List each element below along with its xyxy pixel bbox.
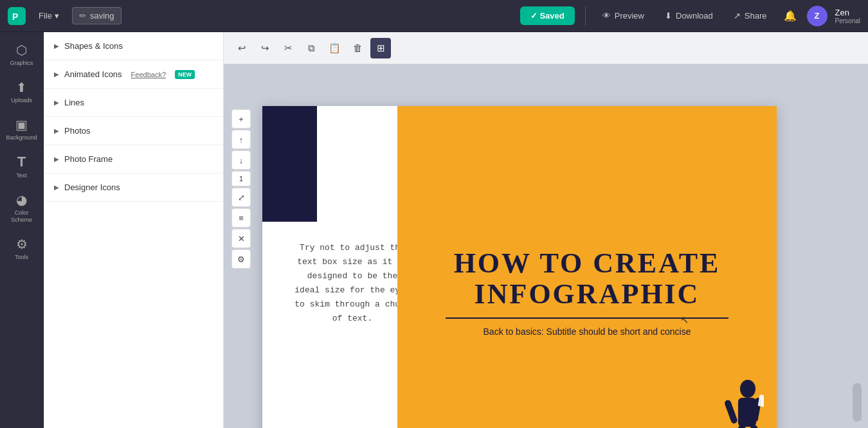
shapes-icons-header[interactable]: ▶ Shapes & Icons: [44, 32, 223, 60]
sidebar: ⬡ Graphics ⬆ Uploads ▣ Background T Text…: [0, 32, 44, 428]
saved-label: ✓ Saved: [530, 11, 565, 21]
lines-label: Lines: [64, 98, 84, 107]
graphics-icon: ⬡: [16, 42, 27, 58]
file-menu[interactable]: File ▾: [33, 8, 64, 23]
canvas-person-figure: [712, 376, 764, 428]
canvas-toolbar: ↩ ↪ ✂ ⧉ 📋 🗑 ⊞: [224, 32, 868, 64]
canvas-area: ↩ ↪ ✂ ⧉ 📋 🗑 ⊞ + ↑ ↓ 1 ⤢ ≡ ✕ ⚙: [224, 32, 868, 428]
main-layout: ⬡ Graphics ⬆ Uploads ▣ Background T Text…: [0, 32, 868, 428]
preview-icon: 👁: [602, 11, 611, 21]
canvas-work[interactable]: + ↑ ↓ 1 ⤢ ≡ ✕ ⚙ Try not to adjust the te…: [224, 64, 868, 428]
svg-rect-4: [724, 399, 738, 424]
undo-button[interactable]: ↩: [231, 38, 252, 58]
redo-button[interactable]: ↪: [255, 38, 275, 58]
sidebar-item-color-scheme[interactable]: ◕ Color Scheme: [3, 187, 41, 229]
file-menu-label: File: [39, 11, 52, 21]
svg-rect-6: [758, 395, 764, 407]
user-info: Zen Personal: [835, 8, 860, 24]
expand-up-button[interactable]: ↑: [231, 130, 251, 149]
photos-header[interactable]: ▶ Photos: [44, 117, 223, 145]
add-page-button[interactable]: +: [231, 109, 251, 129]
chevron-right-icon-6: ▶: [54, 184, 59, 191]
panel-section-lines: ▶ Lines: [44, 89, 223, 117]
svg-text:P: P: [12, 12, 18, 22]
background-icon: ▣: [15, 117, 28, 132]
notification-button[interactable]: 🔔: [781, 7, 799, 25]
list-button[interactable]: ≡: [231, 208, 251, 227]
avatar[interactable]: Z: [807, 6, 827, 26]
feedback-link[interactable]: Feedback?: [131, 71, 166, 78]
delete-button[interactable]: 🗑: [347, 38, 368, 58]
float-toolbar: + ↑ ↓ 1 ⤢ ≡ ✕ ⚙: [231, 109, 251, 269]
chevron-right-icon-4: ▶: [54, 127, 59, 134]
user-name: Zen: [835, 8, 860, 17]
tools-icon: ⚙: [16, 236, 28, 252]
download-label: Download: [676, 11, 713, 21]
photo-frame-header[interactable]: ▶ Photo Frame: [44, 145, 223, 173]
color-scheme-icon: ◕: [16, 192, 27, 208]
sidebar-item-text-label: Text: [16, 172, 27, 179]
share-label: Share: [745, 11, 767, 21]
svg-point-2: [740, 380, 755, 398]
download-icon: ⬇: [665, 11, 672, 21]
sidebar-item-graphics[interactable]: ⬡ Graphics: [3, 37, 41, 72]
app-logo: P: [8, 7, 26, 25]
panel-section-animated-icons: ▶ Animated Icons Feedback? NEW: [44, 60, 223, 89]
photo-frame-label: Photo Frame: [64, 154, 113, 164]
page-number: 1: [231, 171, 251, 186]
canvas-body-text-content: Try not to adjust the text box size as i…: [294, 243, 410, 323]
sidebar-item-color-scheme-label: Color Scheme: [6, 210, 38, 224]
pencil-icon: ✏: [79, 11, 86, 21]
preview-label: Preview: [615, 11, 644, 21]
canvas-right-panel: HOW TO CREATE INFOGRAPHIC Back to basics…: [397, 106, 777, 428]
cut-button[interactable]: ✂: [278, 38, 298, 58]
fit-button[interactable]: ⤢: [231, 188, 251, 207]
panel-section-photo-frame: ▶ Photo Frame: [44, 145, 223, 174]
panel: ▶ Shapes & Icons ▶ Animated Icons Feedba…: [44, 32, 224, 428]
canvas-title-divider: [446, 317, 728, 319]
sidebar-item-tools-label: Tools: [15, 254, 28, 261]
sidebar-item-uploads[interactable]: ⬆ Uploads: [3, 75, 41, 109]
preview-button[interactable]: 👁 Preview: [596, 7, 651, 24]
chevron-right-icon-2: ▶: [54, 71, 59, 78]
header-divider: [585, 6, 586, 26]
header: P File ▾ ✏ saving ✓ Saved 👁 Preview ⬇ Do…: [0, 0, 868, 32]
canvas-main-title: HOW TO CREATE INFOGRAPHIC: [454, 248, 721, 310]
saved-button[interactable]: ✓ Saved: [520, 6, 575, 25]
filename-text: saving: [90, 11, 114, 21]
share-button[interactable]: ↗ Share: [727, 7, 773, 24]
filename-input[interactable]: ✏ saving: [72, 7, 122, 24]
sidebar-item-tools[interactable]: ⚙ Tools: [3, 231, 41, 266]
file-chevron-icon: ▾: [55, 11, 59, 21]
uploads-icon: ⬆: [16, 80, 27, 95]
new-badge: NEW: [175, 70, 195, 79]
designer-icons-label: Designer Icons: [64, 183, 120, 192]
grid-button[interactable]: ⊞: [370, 38, 391, 58]
chevron-right-icon: ▶: [54, 42, 59, 49]
text-icon: T: [17, 154, 26, 170]
sidebar-item-background-label: Background: [6, 134, 37, 141]
scrollbar-vertical[interactable]: [853, 383, 862, 422]
designer-icons-header[interactable]: ▶ Designer Icons: [44, 174, 223, 201]
settings-float-button[interactable]: ⚙: [231, 249, 251, 269]
sidebar-item-text[interactable]: T Text: [3, 148, 41, 184]
download-button[interactable]: ⬇ Download: [658, 7, 719, 24]
design-canvas[interactable]: Try not to adjust the text box size as i…: [262, 106, 777, 428]
paste-button[interactable]: 📋: [324, 38, 345, 58]
expand-down-button[interactable]: ↓: [231, 150, 251, 170]
user-role: Personal: [835, 17, 860, 24]
panel-section-designer-icons: ▶ Designer Icons: [44, 174, 223, 202]
chevron-right-icon-5: ▶: [54, 156, 59, 163]
canvas-title-line1: HOW TO CREATE: [454, 248, 721, 279]
canvas-subtitle: Back to basics: Subtitle should be short…: [484, 326, 691, 337]
share-icon: ↗: [734, 11, 741, 21]
animated-icons-header[interactable]: ▶ Animated Icons Feedback? NEW: [44, 60, 223, 88]
canvas-dark-block: [262, 106, 317, 222]
animated-icons-label: Animated Icons: [64, 69, 122, 79]
copy-button[interactable]: ⧉: [301, 38, 321, 58]
shapes-icons-label: Shapes & Icons: [64, 41, 123, 51]
lines-header[interactable]: ▶ Lines: [44, 89, 223, 116]
close-float-button[interactable]: ✕: [231, 229, 251, 248]
sidebar-item-background[interactable]: ▣ Background: [3, 112, 41, 147]
canvas-body-text: Try not to adjust the text box size as i…: [294, 241, 410, 326]
